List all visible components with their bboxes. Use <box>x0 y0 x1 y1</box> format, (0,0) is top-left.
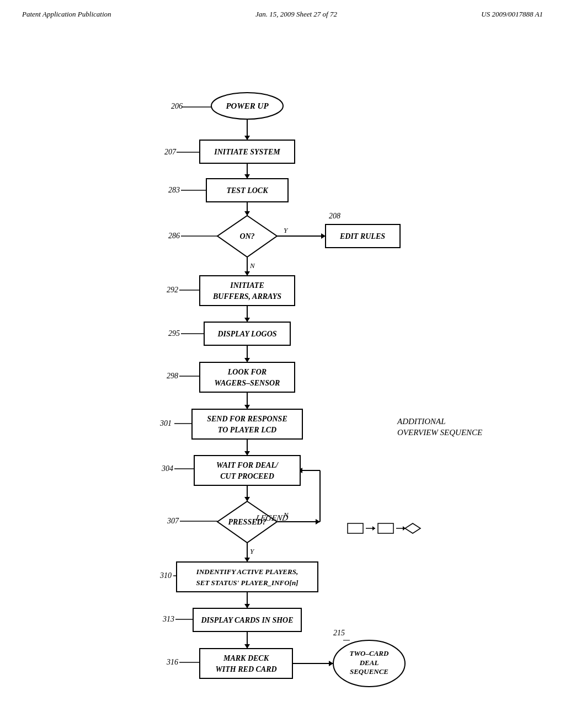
svg-rect-54 <box>194 456 300 485</box>
svg-text:304: 304 <box>161 464 173 473</box>
svg-marker-32 <box>329 661 333 666</box>
svg-text:SEND  FOR  RESPONSE: SEND FOR RESPONSE <box>207 415 287 423</box>
svg-text:313: 313 <box>162 615 174 623</box>
svg-text:DISPLAY  LOGOS: DISPLAY LOGOS <box>217 330 276 338</box>
svg-text:LOOK  FOR: LOOK FOR <box>227 368 266 376</box>
svg-marker-21 <box>244 604 250 608</box>
svg-text:283: 283 <box>168 186 180 194</box>
svg-text:SEQUENCE: SEQUENCE <box>350 667 388 676</box>
svg-rect-64 <box>200 649 292 678</box>
svg-text:INITIATE: INITIATE <box>230 281 264 290</box>
svg-rect-43 <box>200 276 295 306</box>
svg-text:Y: Y <box>284 226 289 234</box>
svg-text:WAGERS–SENSOR: WAGERS–SENSOR <box>215 379 280 387</box>
svg-text:BUFFERS, ARRAYS: BUFFERS, ARRAYS <box>212 292 281 301</box>
svg-text:EDIT  RULES: EDIT RULES <box>339 232 385 240</box>
svg-text:310: 310 <box>159 571 172 580</box>
svg-text:286: 286 <box>168 232 180 240</box>
page-header: Patent Application Publication Jan. 15, … <box>0 0 565 24</box>
svg-rect-111 <box>378 523 393 533</box>
svg-text:N: N <box>249 261 255 270</box>
svg-text:295: 295 <box>168 329 180 338</box>
svg-text:LEGEND: LEGEND <box>255 513 289 522</box>
svg-text:316: 316 <box>166 658 178 666</box>
svg-text:WITH  RED  CARD: WITH RED CARD <box>215 665 276 673</box>
svg-text:INITIATE   SYSTEM: INITIATE SYSTEM <box>214 148 280 156</box>
svg-text:SET  STATUS'  PLAYER_INFO[n]: SET STATUS' PLAYER_INFO[n] <box>196 579 299 587</box>
svg-marker-9 <box>244 318 250 322</box>
svg-marker-19 <box>244 558 250 562</box>
svg-text:292: 292 <box>167 286 178 294</box>
svg-marker-1 <box>244 136 250 140</box>
header-left: Patent Application Publication <box>22 10 111 19</box>
svg-text:WAIT  FOR  DEAL/: WAIT FOR DEAL/ <box>216 461 279 469</box>
svg-text:207: 207 <box>164 148 177 156</box>
svg-text:DISPLAY  CARDS  IN  SHOE: DISPLAY CARDS IN SHOE <box>200 616 293 624</box>
svg-text:DEAL: DEAL <box>359 659 379 667</box>
svg-text:301: 301 <box>159 419 172 427</box>
svg-marker-15 <box>244 451 250 456</box>
svg-text:TO  PLAYER  LCD: TO PLAYER LCD <box>218 426 276 434</box>
diagram-area: POWER UP INITIATE SYSTEM TEST LOCK ON? E… <box>0 30 565 719</box>
svg-text:307: 307 <box>167 517 179 525</box>
header-center: Jan. 15, 2009 Sheet 27 of 72 <box>255 10 337 19</box>
svg-rect-51 <box>192 409 302 439</box>
svg-text:POWER  UP: POWER UP <box>226 101 269 110</box>
svg-text:215: 215 <box>333 629 345 637</box>
svg-rect-108 <box>348 523 363 533</box>
svg-text:ADDITIONAL: ADDITIONAL <box>397 417 446 426</box>
svg-marker-25 <box>321 233 326 239</box>
svg-text:ON?: ON? <box>239 232 254 240</box>
svg-marker-7 <box>244 271 250 276</box>
svg-text:OVERVIEW  SEQUENCE: OVERVIEW SEQUENCE <box>397 428 482 437</box>
svg-marker-11 <box>244 358 250 362</box>
svg-text:Y: Y <box>250 547 255 555</box>
svg-marker-114 <box>405 523 420 533</box>
svg-text:MARK  DECK: MARK DECK <box>223 654 270 662</box>
svg-text:TWO–CARD: TWO–CARD <box>350 649 389 657</box>
header-right: US 2009/0017888 A1 <box>481 10 543 19</box>
svg-marker-110 <box>372 526 375 531</box>
svg-rect-48 <box>200 362 295 392</box>
svg-text:206: 206 <box>171 102 183 110</box>
svg-marker-23 <box>244 644 250 649</box>
svg-text:TEST  LOCK: TEST LOCK <box>226 186 269 195</box>
svg-text:INDENTIFY  ACTIVE  PLAYERS,: INDENTIFY ACTIVE PLAYERS, <box>196 568 298 576</box>
svg-text:CUT  PROCEED: CUT PROCEED <box>220 472 274 480</box>
svg-rect-59 <box>177 562 318 592</box>
svg-marker-27 <box>316 519 320 524</box>
svg-text:208: 208 <box>329 212 340 220</box>
svg-marker-3 <box>244 174 250 179</box>
svg-marker-13 <box>244 405 250 409</box>
svg-text:298: 298 <box>167 372 178 380</box>
